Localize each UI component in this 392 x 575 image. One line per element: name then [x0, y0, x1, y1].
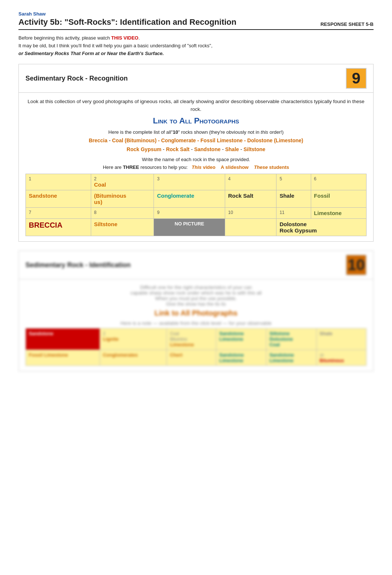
card-number: 9 — [346, 68, 367, 89]
intro-line1: Before beginning this activity, please w… — [18, 34, 374, 42]
grid-cell-4-2: Siltstone — [91, 219, 154, 236]
intro-line3: or Sedimentary Rocks That Form at or Nea… — [18, 50, 374, 58]
blurred-card-body: Difficult one for the right characterist… — [19, 279, 373, 371]
intro-line2: It may be old, but I think you'll find i… — [18, 42, 374, 50]
breccia-label: BRECCIA — [29, 221, 62, 229]
link-to-photos[interactable]: Link to All Photographs — [25, 116, 367, 126]
grid-cell-1-4: 4 — [225, 174, 276, 190]
card-sedimentary-recognition: Sedimentary Rock - Recognition 9 Look at… — [18, 64, 374, 242]
shale-label: Shale — [279, 193, 307, 199]
activity-title: Activity 5b: "Soft-Rocks": Identificatio… — [18, 17, 236, 27]
blurred-cell-2: 2 Lignite — [100, 329, 167, 350]
grid-cell-1-5: 5 — [276, 174, 311, 190]
coal-us-label: us) — [94, 199, 151, 205]
grid-cell-1-2: 2 Coal — [91, 174, 154, 190]
blurred-cell-3: Coal Bitumino Limestone — [167, 329, 216, 350]
grid-cell-2-4: Rock Salt — [225, 190, 276, 208]
this-video-link[interactable]: THIS VIDEO — [111, 35, 138, 41]
card-blurred: Sedimentary Rock - Identification 10 Dif… — [18, 251, 374, 371]
rock-gypsum-label: Rock Gypsum — [279, 227, 363, 234]
coal-bituminous-label: (Bituminous — [94, 193, 151, 199]
grid-cell-1-6: 6 — [311, 174, 366, 190]
blurred-cell-2-2: Conglomerates — [100, 350, 167, 366]
rock-salt-label: Rock Salt — [228, 193, 273, 199]
grid-cell-3-4: 10 — [225, 208, 276, 219]
grid-row-1: 1 2 Coal 3 4 5 6 — [26, 174, 367, 190]
coal-label: Coal — [94, 181, 151, 188]
grid-cell-4-4 — [225, 219, 276, 236]
grid-cell-2-1: Sandstone — [26, 190, 91, 208]
grid-cell-1-1: 1 — [26, 174, 91, 190]
slideshow-link[interactable]: A slideshow — [221, 164, 248, 170]
siltstone-label: Siltstone — [94, 221, 151, 227]
blurred-cell-1: Sandstone — [26, 329, 100, 350]
card-title: Sedimentary Rock - Recognition — [25, 75, 128, 82]
no-picture-label: NO PICTURE — [175, 221, 204, 227]
author-section: Sarah Shaw Activity 5b: "Soft-Rocks": Id… — [18, 11, 374, 30]
blurred-row-2: Fossil Limestone Conglomerates Chert San… — [26, 350, 367, 366]
grid-cell-3-2: 8 — [91, 208, 154, 219]
grid-cell-3-6: Limestone — [311, 208, 366, 219]
fossil-label: Fossil — [314, 193, 363, 199]
grid-cell-2-2: (Bituminous us) — [91, 190, 154, 208]
sandstone-label: Sandstone — [29, 193, 88, 199]
grid-cell-1-3: 3 — [154, 174, 225, 190]
blurred-card-header: Sedimentary Rock - Identification 10 — [19, 251, 373, 279]
response-sheet-label: RESPONSE SHEET 5-B — [320, 21, 374, 27]
grid-cell-4-3: NO PICTURE — [154, 219, 225, 236]
conglomerate-label: Conglomerate — [157, 193, 222, 199]
grid-cell-2-3: Conglomerate — [154, 190, 225, 208]
card-body: Look at this collection of very good pho… — [19, 93, 373, 241]
grid-cell-2-5: Shale — [276, 190, 311, 208]
grid-cell-4-5: Dolostone Rock Gypsum — [276, 219, 367, 236]
rock-list-header: Here is the complete list of all"10" roc… — [25, 129, 367, 135]
blurred-desc-2: Here is a note — available from the clic… — [25, 320, 367, 326]
rock-grid: 1 2 Coal 3 4 5 6 Sandstone (Bi — [25, 174, 367, 236]
blurred-cell-2-4: SandstoneLimestone — [216, 350, 266, 366]
grid-cell-3-1: 7 — [26, 208, 91, 219]
this-video-link-2[interactable]: This video — [192, 164, 215, 170]
blurred-grid: Sandstone 2 Lignite Coal Bitumino Limest… — [25, 328, 367, 366]
blurred-desc-1: Difficult one for the right characterist… — [25, 285, 367, 307]
title-row: Activity 5b: "Soft-Rocks": Identificatio… — [18, 17, 374, 30]
limestone-label: Limestone — [314, 210, 363, 216]
blurred-card-number: 10 — [346, 255, 367, 275]
blurred-cell-2-3: Chert — [167, 350, 216, 366]
card-header: Sedimentary Rock - Recognition 9 — [19, 64, 373, 93]
grid-cell-3-3: 9 — [154, 208, 225, 219]
blurred-cell-2-6: 10 Bituminous — [316, 350, 366, 366]
blurred-cell-2-5: SandstoneLimestone — [266, 350, 316, 366]
resources-row: Here are THREE resources to help you: Th… — [25, 164, 367, 170]
grid-row-2: Sandstone (Bituminous us) Conglomerate R… — [26, 190, 367, 208]
grid-cell-4-1: BRECCIA — [26, 219, 91, 236]
intro-block: Before beginning this activity, please w… — [18, 34, 374, 57]
blurred-row-1: Sandstone 2 Lignite Coal Bitumino Limest… — [26, 329, 367, 350]
blurred-link: Link to All Photographs — [25, 309, 367, 317]
these-students-link[interactable]: These students — [254, 164, 289, 170]
grid-cell-3-5: 11 — [276, 208, 311, 219]
card-description: Look at this collection of very good pho… — [25, 98, 367, 113]
dolostone-label: Dolostone — [279, 221, 363, 227]
grid-row-4: BRECCIA Siltstone NO PICTURE Dolostone R… — [26, 219, 367, 236]
author-name: Sarah Shaw — [18, 11, 374, 17]
blurred-cell-5: SiltstoneDolostoneCoal — [266, 329, 316, 350]
grid-row-3: 7 8 9 10 11 Limestone — [26, 208, 367, 219]
blurred-cell-6: Shale — [316, 329, 366, 350]
three-label: THREE — [123, 164, 139, 170]
blurred-cell-2-1: Fossil Limestone — [26, 350, 100, 366]
write-instruction: Write the name of each rock in the space… — [25, 157, 367, 162]
rock-list: Breccia - Coal (Bituminous) - Conglomera… — [25, 136, 367, 154]
blurred-card-title: Sedimentary Rock - Identification — [25, 261, 131, 269]
blurred-cell-4: SandstoneLimestone — [216, 329, 266, 350]
grid-cell-2-6: Fossil — [311, 190, 366, 208]
